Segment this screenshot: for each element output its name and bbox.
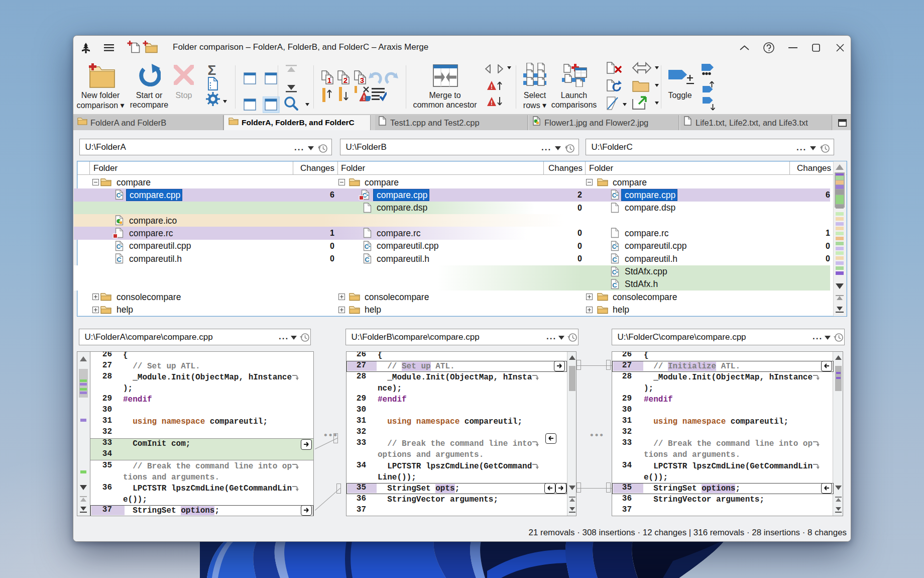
svg-text:Σ: Σ xyxy=(208,63,216,76)
svg-text:!: ! xyxy=(491,83,493,90)
svg-text:!: ! xyxy=(491,100,493,107)
svg-text:C: C xyxy=(117,256,122,263)
svg-text:+: + xyxy=(120,244,123,248)
svg-text:+: + xyxy=(616,193,618,198)
svg-text:C: C xyxy=(365,256,370,263)
svg-text:+: + xyxy=(368,244,371,248)
svg-text:+: + xyxy=(366,193,369,198)
svg-text:+: + xyxy=(120,193,123,198)
svg-text:C: C xyxy=(612,281,617,288)
svg-text:2: 2 xyxy=(343,76,348,84)
svg-text:+: + xyxy=(616,269,618,274)
svg-text:C: C xyxy=(612,256,617,263)
svg-text:+: + xyxy=(616,244,618,248)
svg-text:1: 1 xyxy=(327,76,331,84)
svg-text:!: ! xyxy=(363,94,365,102)
svg-text:3: 3 xyxy=(360,76,364,84)
